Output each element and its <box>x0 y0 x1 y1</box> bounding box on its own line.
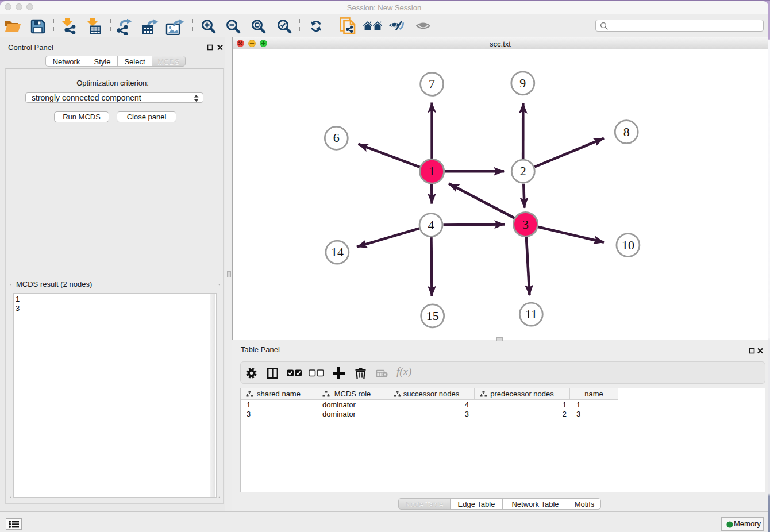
svg-text:1: 1 <box>429 164 435 178</box>
svg-text:6: 6 <box>333 130 340 145</box>
svg-text:8: 8 <box>623 125 630 139</box>
svg-text:10: 10 <box>622 238 634 252</box>
svg-text:14: 14 <box>331 245 344 259</box>
svg-text:2: 2 <box>520 164 526 178</box>
svg-text:15: 15 <box>426 309 439 323</box>
svg-text:7: 7 <box>429 76 435 91</box>
svg-text:4: 4 <box>428 218 434 232</box>
svg-text:11: 11 <box>525 307 537 321</box>
svg-text:3: 3 <box>522 217 529 232</box>
svg-text:9: 9 <box>519 76 526 90</box>
